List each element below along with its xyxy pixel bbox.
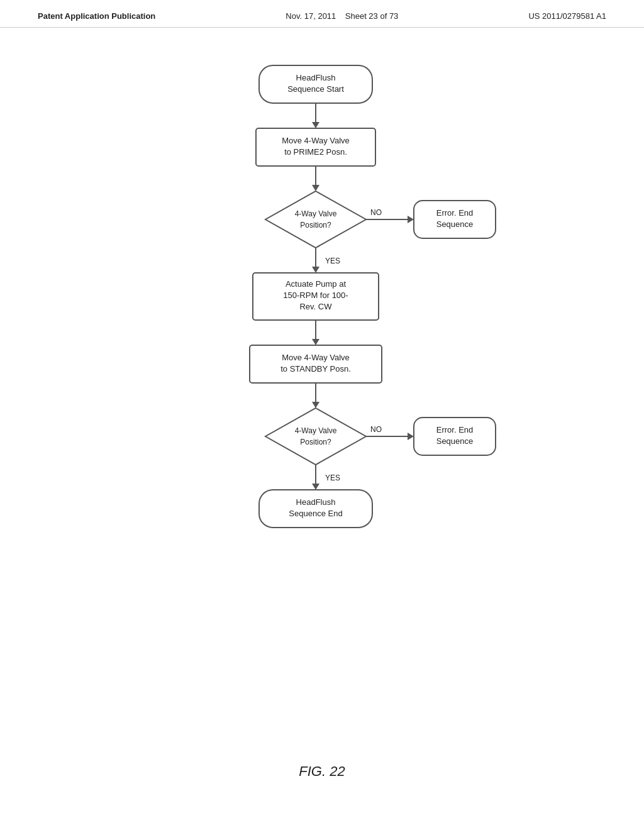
svg-text:Position?: Position? [300,221,331,230]
svg-marker-4 [312,122,319,128]
svg-text:NO: NO [370,208,382,217]
svg-marker-33 [265,408,366,465]
svg-text:Move 4-Way Valve: Move 4-Way Valve [282,136,350,145]
header-date: Nov. 17, 2011 Sheet 23 of 73 [286,11,398,21]
svg-text:HeadFlush: HeadFlush [296,73,336,82]
svg-text:NO: NO [370,425,382,434]
page-header: Patent Application Publication Nov. 17, … [0,0,644,28]
svg-marker-43 [312,484,319,490]
svg-text:YES: YES [325,257,340,265]
svg-marker-32 [312,402,319,408]
svg-text:Position?: Position? [300,438,331,446]
header-patent-number: US 2011/0279581 A1 [528,11,606,21]
svg-text:Sequence End: Sequence End [289,509,342,518]
svg-text:Rev. CW: Rev. CW [299,302,332,311]
svg-text:4-Way Valve: 4-Way Valve [295,209,337,218]
diagram-area: HeadFlush Sequence Start Move 4-Way Valv… [0,28,644,792]
figure-caption: FIG. 22 [299,763,345,780]
svg-text:to STANDBY Posn.: to STANDBY Posn. [280,364,351,374]
svg-text:Error. End: Error. End [436,425,474,434]
svg-text:4-Way Valve: 4-Way Valve [295,426,337,435]
svg-text:Move 4-Way Valve: Move 4-Way Valve [282,353,350,362]
svg-text:Actuate Pump at: Actuate Pump at [286,279,346,289]
flowchart-svg: HeadFlush Sequence Start Move 4-Way Valv… [102,53,542,744]
svg-marker-20 [312,267,319,273]
svg-text:YES: YES [325,473,340,482]
svg-text:Error. End: Error. End [436,208,474,218]
svg-marker-10 [265,191,366,248]
svg-marker-27 [312,339,319,345]
svg-text:Sequence: Sequence [436,436,474,446]
svg-text:to PRIME2 Posn.: to PRIME2 Posn. [284,147,347,157]
svg-text:150-RPM for 100-: 150-RPM for 100- [283,290,348,300]
svg-text:HeadFlush: HeadFlush [296,497,336,507]
svg-marker-14 [408,216,414,223]
svg-marker-9 [312,185,319,191]
svg-text:Sequence: Sequence [436,219,474,229]
svg-text:Sequence Start: Sequence Start [287,84,344,94]
svg-marker-37 [408,433,414,440]
header-publication-label: Patent Application Publication [38,11,155,21]
